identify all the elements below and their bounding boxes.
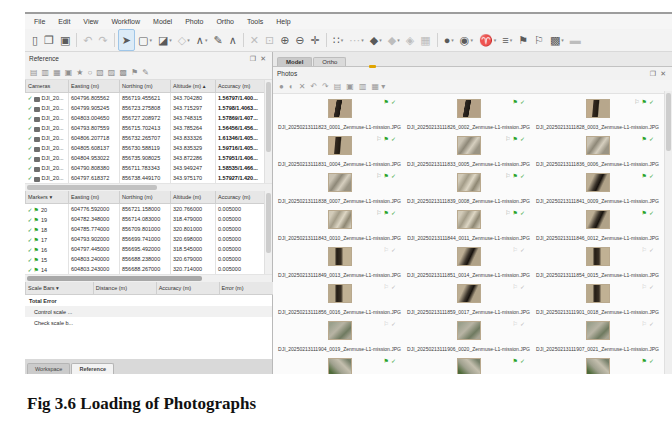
photo-thumbnail[interactable]	[328, 173, 352, 192]
camera-row[interactable]: ✓DJI_20...604805.608137856730.588119343.…	[26, 143, 273, 153]
scale-bar-row[interactable]: Control scale ...	[25, 306, 272, 317]
photo-thumbnail[interactable]	[457, 321, 481, 340]
photo-thumbnail[interactable]	[457, 247, 481, 266]
photo-cell[interactable]: ⚐✓DJI_20250213111907_0021_Zenmuse-L1-mis…	[533, 318, 662, 355]
photo-cell[interactable]: ⚑✓	[404, 355, 533, 374]
column-header-northing-m-[interactable]: Northing (m)	[120, 191, 171, 204]
photo-cell[interactable]: ⚐⚑✓DJI_20250213111839_0008_Zenmuse-L1-mi…	[404, 170, 533, 207]
menu-item-model[interactable]: Model	[153, 18, 172, 25]
column-header-accuracy-m-[interactable]: Accuracy (m)	[216, 191, 271, 204]
large-icons-view-icon[interactable]: ▥	[359, 82, 367, 91]
reference-close-icon[interactable]: ✕	[258, 55, 268, 63]
column-header-easting-m-[interactable]: Easting (m)	[69, 191, 120, 204]
menu-item-photo[interactable]: Photo	[185, 18, 203, 25]
menu-item-ortho[interactable]: Ortho	[216, 18, 234, 25]
dropdown-arrow-icon[interactable]: ▾	[510, 30, 513, 50]
photo-cell[interactable]: ⚑✓DJI_20250213111846_0012_Zenmuse-L1-mis…	[533, 207, 662, 244]
view-tab-ortho[interactable]: Ortho	[313, 57, 346, 66]
photo-thumbnail[interactable]	[586, 136, 610, 155]
export-reference-icon[interactable]: ▥	[42, 68, 50, 77]
photo-cell[interactable]: ⚑✓DJI_20250213111836_0006_Zenmuse-L1-mis…	[533, 133, 662, 170]
cameras-horizontal-scrollbar[interactable]	[25, 183, 272, 191]
new-document-icon[interactable]: ▯	[29, 30, 41, 50]
photos-vertical-scrollbar[interactable]	[664, 91, 672, 374]
dropdown-arrow-icon[interactable]: ▾	[379, 30, 382, 50]
photo-thumbnail[interactable]	[457, 358, 481, 374]
photo-thumbnail[interactable]	[328, 321, 352, 340]
column-header-altitude-m-[interactable]: Altitude (m)	[171, 191, 216, 204]
markers-vertical-scrollbar[interactable]	[264, 191, 272, 274]
menu-item-edit[interactable]: Edit	[58, 18, 70, 25]
delete-icon[interactable]: ✕	[247, 30, 262, 50]
photo-cell[interactable]: ⚐⚑✓DJI_20250213111831_0004_Zenmuse-L1-mi…	[275, 133, 404, 170]
photo-thumbnail[interactable]	[586, 247, 610, 266]
photo-cell[interactable]: ⚐✓DJI_20250213111859_0017_Zenmuse-L1-mis…	[404, 281, 533, 318]
camera-row[interactable]: ✓DJI_20...604793.807559856715.702413343.…	[26, 123, 273, 133]
photo-cell[interactable]: ⚐✓DJI_20250213111904_0019_Zenmuse-L1-mis…	[275, 318, 404, 355]
photo-cell[interactable]: ⚐✓DJI_20250213111849_0013_Zenmuse-L1-mis…	[275, 244, 404, 281]
menu-item-view[interactable]: View	[83, 18, 98, 25]
show-markers-icon[interactable]: ⚐	[531, 30, 547, 50]
column-header-markers[interactable]: Markers ▾	[26, 191, 69, 204]
camera-row[interactable]: ✓DJI_20...604803.004650856727.208972343.…	[26, 113, 273, 123]
column-header-easting-m-[interactable]: Easting (m)	[69, 80, 120, 93]
camera-row[interactable]: ✓DJI_20...604799.905245856723.275808343.…	[26, 103, 273, 113]
photo-cell[interactable]: ⚐⚑✓DJI_20250213111828_0003_Zenmuse-L1-mi…	[533, 96, 662, 133]
photo-cell[interactable]: ⚐⚑✓DJI_20250213111844_0011_Zenmuse-L1-mi…	[404, 207, 533, 244]
dropdown-arrow-icon[interactable]: ▾	[169, 30, 172, 50]
draw-pen-icon[interactable]: ✎	[210, 30, 225, 50]
menu-item-help[interactable]: Help	[276, 18, 290, 25]
gradual-selection-icon[interactable]: ◪▾	[155, 30, 175, 50]
photo-cell[interactable]: ⚐✓DJI_20250213111856_0016_Zenmuse-L1-mis…	[275, 281, 404, 318]
column-header-accuracy-m-[interactable]: Accuracy (m)	[216, 80, 271, 93]
marker-row[interactable]: ✓⚑14604803.243000856688.267000320.714000…	[26, 264, 273, 274]
camera-row[interactable]: ✓DJI_20...604797.618372856738.449170343.…	[26, 173, 273, 183]
photo-thumbnail[interactable]	[457, 99, 481, 118]
dropdown-arrow-icon[interactable]: ▾	[205, 30, 208, 50]
icons-view-icon[interactable]: ▣	[346, 82, 354, 91]
photo-cell[interactable]: ⚑✓DJI_20250213111826_0002_Zenmuse-L1-mis…	[404, 96, 533, 133]
reference-float-icon[interactable]: ❐	[248, 55, 258, 63]
menu-item-file[interactable]: File	[34, 18, 45, 25]
dropdown-arrow-icon[interactable]: ▾	[470, 30, 473, 50]
camera-view-icon[interactable]: ◉▾	[457, 30, 476, 50]
photo-thumbnail[interactable]	[328, 358, 352, 374]
preview-photo-icon[interactable]: ◐	[289, 82, 294, 91]
photo-thumbnail[interactable]	[328, 99, 352, 118]
photo-cell[interactable]: ⚐⚑✓DJI_20250213111843_0010_Zenmuse-L1-mi…	[275, 207, 404, 244]
photo-cell[interactable]: ⚑✓DJI_20250213111841_0009_Zenmuse-L1-mis…	[533, 170, 662, 207]
seamlines-icon[interactable]: ▬	[567, 30, 584, 50]
dropdown-arrow-icon[interactable]: ▾	[341, 30, 344, 50]
zoom-in-icon[interactable]: ⊕	[277, 30, 292, 50]
marker-row[interactable]: ✓⚑18604785.774000856709.801000320.801000…	[26, 224, 273, 234]
dropdown-arrow-icon[interactable]: ▾	[451, 30, 454, 50]
bottom-tab-reference[interactable]: Reference	[71, 363, 114, 374]
rectangle-selection-icon[interactable]: ▢▾	[135, 30, 155, 50]
photo-cell[interactable]: ⚐✓DJI_20250213111901_0018_Zenmuse-L1-mis…	[533, 281, 662, 318]
photo-thumbnail[interactable]	[457, 210, 481, 229]
photo-cell[interactable]: ⚐⚑✓DJI_20250213111833_0005_Zenmuse-L1-mi…	[404, 133, 533, 170]
column-header-cameras[interactable]: Cameras	[26, 80, 69, 93]
column-header-scale-bars[interactable]: Scale Bars ▾	[26, 282, 94, 295]
dense-cloud-icon[interactable]: ◆▾	[367, 30, 385, 50]
view-source-icon[interactable]: ▧	[96, 68, 104, 77]
column-header-northing-m-[interactable]: Northing (m)	[120, 80, 171, 93]
polyline-icon[interactable]: ∧	[226, 30, 240, 50]
dropdown-arrow-icon[interactable]: ▾	[397, 30, 400, 50]
dropdown-arrow-icon[interactable]: ▾	[561, 30, 564, 50]
mesh-model-icon[interactable]: ◆▾	[385, 30, 403, 50]
dropdown-arrow-icon[interactable]: ▾	[149, 30, 152, 50]
photo-thumbnail[interactable]	[586, 173, 610, 192]
import-reference-icon[interactable]: ▤	[30, 68, 38, 77]
save-icon[interactable]: ▣	[57, 30, 73, 50]
photo-cell[interactable]: ⚐✓DJI_20250213111851_0014_Zenmuse-L1-mis…	[404, 244, 533, 281]
camera-row[interactable]: ✓DJI_20...604796.805562856719.455621343.…	[26, 93, 273, 104]
globe-icon[interactable]: ●▾	[441, 30, 457, 50]
marker-row[interactable]: ✓⚑16604797.445000856695.492000318.545000…	[26, 244, 273, 254]
bottom-tab-workspace[interactable]: Workspace	[27, 363, 70, 374]
menu-item-tools[interactable]: Tools	[247, 18, 263, 25]
photo-thumbnail[interactable]	[328, 284, 352, 303]
photo-thumbnail[interactable]	[586, 358, 610, 374]
view-errors-icon[interactable]: ▩	[119, 68, 127, 77]
marker-row[interactable]: ✓⚑15604803.240000856688.238000320.679000…	[26, 254, 273, 264]
